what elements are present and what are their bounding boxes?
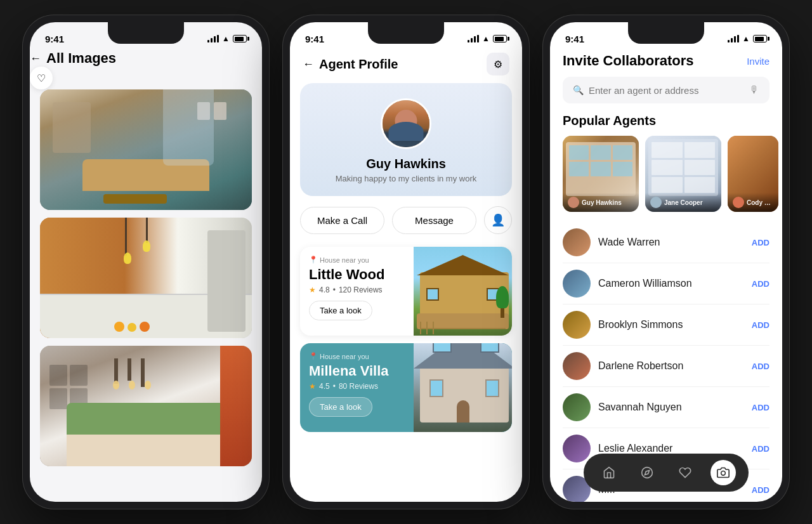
chair-shape [53, 102, 91, 153]
property-label-1: 📍 House near you [309, 256, 503, 264]
avatar-leslie-alexander [563, 435, 591, 462]
search-bar[interactable]: 🔍 🎙 [563, 77, 769, 103]
phone-2-screen: 9:41 ▲ ← Age [290, 22, 522, 502]
agent-avatar [381, 98, 431, 149]
popular-agents-list: Guy Hawkins [550, 136, 782, 212]
gear-icon: ⚙ [494, 58, 502, 70]
battery-icon-2 [493, 35, 507, 43]
invite-button[interactable]: Invite [747, 56, 769, 67]
popular-agent-card-2[interactable]: Jane Cooper [645, 136, 721, 212]
mini-avatar-1 [568, 197, 579, 208]
bed-sheet [67, 435, 225, 466]
wifi-icon-2: ▲ [482, 34, 490, 43]
nav-camera-icon[interactable] [710, 460, 736, 485]
message-button[interactable]: Message [392, 207, 476, 234]
settings-button[interactable]: ⚙ [487, 53, 509, 75]
status-icons-3: ▲ [728, 34, 767, 43]
agent-list-item-wade: Wade Warren ADD [563, 222, 769, 263]
signal-icon-1 [207, 35, 219, 43]
signal-icon-3 [728, 35, 739, 43]
wifi-icon-3: ▲ [742, 34, 750, 43]
page-title-1: All Images [46, 50, 116, 67]
take-look-button-1[interactable]: Take a look [309, 301, 372, 320]
table-shape [103, 194, 167, 204]
fridge [207, 230, 246, 332]
status-time-3: 9:41 [565, 34, 584, 44]
add-button-darlene[interactable]: ADD [752, 362, 769, 371]
mini-avatar-3 [733, 197, 744, 208]
phone-1-screen: 9:41 ▲ ← All [30, 22, 262, 502]
property-card-millenavilla[interactable]: 📍 House near you Millena Villa ★ 4.5 • 8… [300, 343, 512, 432]
status-icons-1: ▲ [207, 34, 247, 43]
avatar-cameron-williamson [563, 270, 591, 298]
popular-agent-name-3: Cody Fi... [747, 199, 773, 206]
nav-heart-icon[interactable] [672, 460, 698, 485]
agent-name-leslie: Leslie Alexander [598, 443, 744, 454]
favorite-button-1[interactable]: ♡ [30, 67, 53, 89]
nav-compass-icon[interactable] [634, 460, 660, 485]
image-card-living[interactable] [40, 89, 252, 210]
search-icon: 🔍 [573, 85, 584, 95]
page-header-3: Invite Collaborators Invite [550, 50, 782, 77]
property-name-1: Little Wood [309, 266, 503, 283]
avatar-wade-warren [563, 228, 591, 256]
person-icon: 👤 [491, 213, 505, 227]
agent-list-item-cameron: Cameron Williamson ADD [563, 263, 769, 305]
mic-icon[interactable]: 🎙 [749, 84, 759, 96]
popular-agent-name-1: Guy Hawkins [582, 199, 622, 206]
image-card-bedroom[interactable] [40, 346, 252, 466]
phone-2: 9:41 ▲ ← Age [282, 15, 530, 509]
svg-point-0 [642, 468, 653, 478]
star-icon-1: ★ [309, 285, 316, 294]
person-button[interactable]: 👤 [484, 206, 512, 234]
add-button-leslie[interactable]: ADD [752, 444, 769, 454]
agent-name-savannah: Savannah Nguyen [598, 402, 744, 413]
nav-header-2: ← Agent Profile ⚙ [290, 50, 522, 83]
page-title-2: Agent Profile [319, 57, 398, 72]
popular-agent-card-3[interactable]: Cody Fi... [728, 136, 778, 212]
agent-name: Guy Hawkins [366, 157, 446, 171]
add-button-wade[interactable]: ADD [752, 238, 769, 247]
agent-name-brooklyn: Brooklyn Simmons [598, 319, 744, 331]
popular-agents-title: Popular Agents [550, 114, 782, 128]
agent-name-wade: Wade Warren [598, 237, 744, 248]
mini-avatar-2 [650, 197, 662, 208]
curtain [220, 346, 252, 466]
battery-icon-3 [753, 35, 767, 43]
property-name-2: Millena Villa [309, 363, 503, 379]
star-icon-2: ★ [309, 382, 316, 391]
popular-agent-card-1[interactable]: Guy Hawkins [563, 136, 639, 212]
heart-icon-1: ♡ [37, 72, 46, 84]
window-light [163, 89, 214, 166]
search-input[interactable] [589, 85, 744, 96]
back-arrow-2[interactable]: ← [303, 58, 314, 71]
property-rating-2: ★ 4.5 • 80 Reviews [309, 382, 503, 391]
add-button-m[interactable]: ADD [752, 485, 769, 495]
wifi-icon-1: ▲ [222, 34, 230, 43]
add-button-savannah[interactable]: ADD [752, 403, 769, 412]
agent-list-item-savannah: Savannah Nguyen ADD [563, 387, 769, 428]
agent-tagline: Making happy to my clients in my work [336, 174, 477, 183]
agent-name-cameron: Cameron Williamson [598, 278, 744, 289]
svg-point-2 [721, 471, 726, 476]
nav-home-icon[interactable] [596, 460, 622, 485]
status-time-1: 9:41 [45, 34, 64, 44]
svg-marker-1 [645, 470, 649, 475]
add-button-brooklyn[interactable]: ADD [752, 320, 769, 330]
notch-2 [368, 22, 444, 44]
bottom-nav [584, 454, 749, 492]
call-button[interactable]: Make a Call [300, 207, 384, 234]
property-label-2: 📍 House near you [309, 352, 503, 360]
agent-name-darlene: Darlene Robertson [598, 360, 744, 372]
action-buttons: Make a Call Message 👤 [300, 206, 512, 234]
back-arrow-1[interactable]: ← [30, 52, 41, 65]
property-card-littlewood[interactable]: 📍 House near you Little Wood ★ 4.8 • 120… [300, 247, 512, 336]
avatar-savannah-nguyen [563, 393, 591, 421]
add-button-cameron[interactable]: ADD [752, 279, 769, 289]
phone-3-screen: 9:41 ▲ Invite Collaborators [550, 22, 782, 502]
page-title-3: Invite Collaborators [563, 53, 694, 69]
agent-hero-section: Guy Hawkins Making happy to my clients i… [300, 83, 512, 196]
nav-title-1: ← All Images [30, 50, 262, 67]
take-look-button-2[interactable]: Take a look [309, 397, 372, 417]
image-card-kitchen[interactable] [40, 218, 252, 338]
